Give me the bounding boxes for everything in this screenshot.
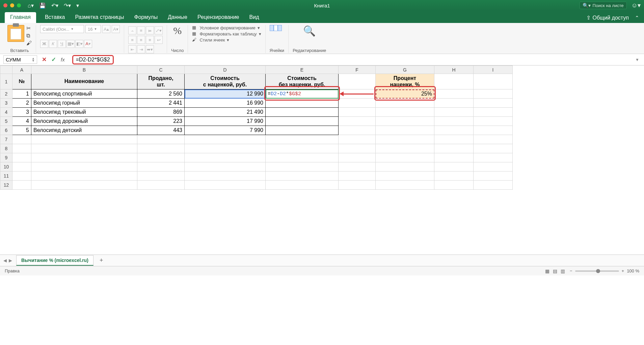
- percent-format-icon[interactable]: %: [171, 25, 184, 36]
- cell-D2[interactable]: 12 990: [185, 89, 266, 99]
- cell-D9[interactable]: [185, 153, 266, 162]
- cell-I3[interactable]: [474, 99, 513, 108]
- tab-review[interactable]: Рецензирование: [196, 12, 241, 23]
- cell-G12[interactable]: [376, 181, 434, 190]
- row-header-11[interactable]: 11: [0, 171, 12, 181]
- conditional-formatting-button[interactable]: ▦Условное форматирование▾: [192, 25, 261, 30]
- align-right-icon[interactable]: ≡: [146, 36, 154, 44]
- cell-G7[interactable]: [376, 135, 434, 144]
- cell-D5[interactable]: 17 990: [185, 117, 266, 126]
- cell-A2[interactable]: 1: [12, 89, 31, 99]
- borders-button[interactable]: ▦▾: [66, 40, 75, 48]
- font-size-combo[interactable]: 16▼: [85, 25, 101, 33]
- cell-I9[interactable]: [474, 153, 513, 162]
- cell-A12[interactable]: [12, 181, 31, 190]
- orientation-icon[interactable]: ⤢▾: [155, 26, 163, 34]
- cell-C2[interactable]: 2 560: [137, 89, 185, 99]
- cell-E6[interactable]: [266, 126, 339, 135]
- cell-D11[interactable]: [185, 171, 266, 181]
- cell-B10[interactable]: [31, 162, 137, 171]
- cell-H7[interactable]: [434, 135, 474, 144]
- cell-F10[interactable]: [339, 162, 376, 171]
- cell-H4[interactable]: [434, 108, 474, 117]
- cell-H2[interactable]: [434, 89, 474, 99]
- wrap-text-icon[interactable]: ↩: [155, 36, 163, 44]
- cancel-formula-button[interactable]: ✕: [42, 56, 47, 63]
- cell-A5[interactable]: 4: [12, 117, 31, 126]
- minimize-window-button[interactable]: [10, 3, 14, 7]
- font-color-button[interactable]: A▾: [84, 40, 92, 48]
- cell-B2[interactable]: Велосипед спортивный: [31, 89, 137, 99]
- column-header-F[interactable]: F: [339, 66, 376, 74]
- share-button[interactable]: ⇪Общий доступ: [586, 15, 629, 21]
- column-header-A[interactable]: A: [12, 66, 31, 74]
- cell-A6[interactable]: 5: [12, 126, 31, 135]
- cell-C12[interactable]: [137, 181, 185, 190]
- cell-D6[interactable]: 7 990: [185, 126, 266, 135]
- cell-C9[interactable]: [137, 153, 185, 162]
- cell-G3[interactable]: [376, 99, 434, 108]
- column-header-G[interactable]: G: [376, 66, 434, 74]
- cell-D3[interactable]: 16 990: [185, 99, 266, 108]
- row-header-7[interactable]: 7: [0, 135, 12, 144]
- undo-icon[interactable]: ↶▾: [51, 2, 58, 9]
- row-header-4[interactable]: 4: [0, 108, 12, 117]
- header-sold[interactable]: Продано,шт.: [137, 74, 185, 89]
- column-header-C[interactable]: C: [137, 66, 185, 74]
- cell-D12[interactable]: [185, 181, 266, 190]
- sheet-nav[interactable]: ◀▶: [3, 258, 12, 263]
- cell-B8[interactable]: [31, 144, 137, 153]
- font-name-combo[interactable]: Calibri (Осн...▼: [40, 25, 84, 33]
- expand-formula-bar-icon[interactable]: ▼: [633, 57, 642, 62]
- worksheet-grid[interactable]: ABCDEFGHI 1№НаименованиеПродано,шт.Стоим…: [0, 65, 644, 255]
- zoom-in-button[interactable]: +: [622, 268, 624, 273]
- cell-E7[interactable]: [266, 135, 339, 144]
- merge-icon[interactable]: ⬌▾: [146, 45, 154, 53]
- row-header-9[interactable]: 9: [0, 153, 12, 162]
- cell-E10[interactable]: [266, 162, 339, 171]
- cut-icon[interactable]: ✂︎: [26, 25, 32, 31]
- cell-E8[interactable]: [266, 144, 339, 153]
- cell-I11[interactable]: [474, 171, 513, 181]
- cell-I4[interactable]: [474, 108, 513, 117]
- column-header-D[interactable]: D: [185, 66, 266, 74]
- cell-C4[interactable]: 869: [137, 108, 185, 117]
- cells-icon[interactable]: [270, 25, 285, 31]
- cell-E5[interactable]: [266, 117, 339, 126]
- cell-B4[interactable]: Велосипед трековый: [31, 108, 137, 117]
- cell-B9[interactable]: [31, 153, 137, 162]
- name-box-stepper-icon[interactable]: ▲▼: [32, 57, 35, 62]
- autosave-icon[interactable]: ⌂▾: [28, 2, 34, 9]
- fill-color-button[interactable]: ◧▾: [75, 40, 83, 48]
- tab-home[interactable]: Главная: [5, 12, 36, 23]
- row-header-5[interactable]: 5: [0, 117, 12, 126]
- cell-H1[interactable]: [434, 74, 474, 89]
- close-window-button[interactable]: [3, 3, 7, 7]
- find-icon[interactable]: 🔍: [293, 25, 326, 37]
- column-header-E[interactable]: E: [266, 66, 339, 74]
- increase-font-icon[interactable]: A▴: [102, 25, 110, 33]
- cell-E11[interactable]: [266, 171, 339, 181]
- tab-view[interactable]: Вид: [248, 12, 261, 23]
- align-center-icon[interactable]: ≡: [137, 36, 145, 44]
- zoom-out-button[interactable]: −: [570, 268, 572, 273]
- increase-indent-icon[interactable]: ⇥: [137, 45, 145, 53]
- underline-button[interactable]: Ч: [58, 40, 66, 48]
- cell-H3[interactable]: [434, 99, 474, 108]
- cell-F5[interactable]: [339, 117, 376, 126]
- cell-B3[interactable]: Велосипед горный: [31, 99, 137, 108]
- cell-F1[interactable]: [339, 74, 376, 89]
- row-header-8[interactable]: 8: [0, 144, 12, 153]
- cell-B12[interactable]: [31, 181, 137, 190]
- user-account-icon[interactable]: ☺▾: [632, 2, 641, 9]
- cell-F6[interactable]: [339, 126, 376, 135]
- bold-button[interactable]: Ж: [40, 40, 48, 48]
- save-icon[interactable]: 💾: [39, 2, 46, 9]
- align-top-icon[interactable]: ⫠: [128, 26, 136, 34]
- cell-B6[interactable]: Велосипед детский: [31, 126, 137, 135]
- format-painter-icon[interactable]: 🖌︎: [26, 40, 32, 46]
- cell-H5[interactable]: [434, 117, 474, 126]
- cell-D10[interactable]: [185, 162, 266, 171]
- header-name[interactable]: Наименование: [31, 74, 137, 89]
- name-box[interactable]: СУММ ▲▼: [3, 55, 37, 64]
